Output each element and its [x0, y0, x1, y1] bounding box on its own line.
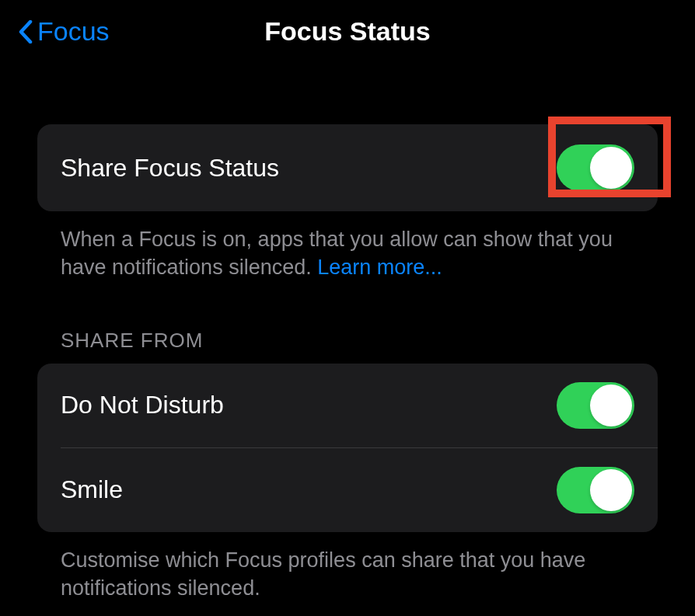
- chevron-left-icon: [19, 19, 33, 43]
- toggle-knob: [590, 147, 632, 189]
- share-focus-section: Share Focus Status: [37, 124, 658, 211]
- dnd-toggle[interactable]: [557, 382, 634, 429]
- share-from-footer: Customise which Focus profiles can share…: [37, 532, 658, 603]
- list-item-label: Smile: [61, 475, 123, 504]
- toggle-knob: [590, 385, 632, 426]
- nav-bar: Focus Focus Status: [0, 0, 695, 62]
- share-focus-row: Share Focus Status: [37, 124, 658, 211]
- toggle-knob: [590, 469, 632, 511]
- back-button[interactable]: Focus: [19, 16, 110, 47]
- share-focus-footer: When a Focus is on, apps that you allow …: [37, 211, 658, 282]
- content-area: Share Focus Status When a Focus is on, a…: [0, 62, 695, 603]
- list-item-smile: Smile: [37, 448, 658, 532]
- list-item-dnd: Do Not Disturb: [37, 364, 658, 447]
- share-from-header: SHARE FROM: [37, 282, 658, 364]
- share-focus-label: Share Focus Status: [61, 154, 279, 183]
- page-title: Focus Status: [264, 16, 430, 47]
- back-label: Focus: [37, 16, 110, 47]
- smile-toggle[interactable]: [557, 467, 634, 513]
- share-from-list: Do Not Disturb Smile: [37, 364, 658, 532]
- share-focus-toggle[interactable]: [557, 144, 634, 191]
- learn-more-link[interactable]: Learn more...: [317, 256, 442, 279]
- list-item-label: Do Not Disturb: [61, 391, 224, 419]
